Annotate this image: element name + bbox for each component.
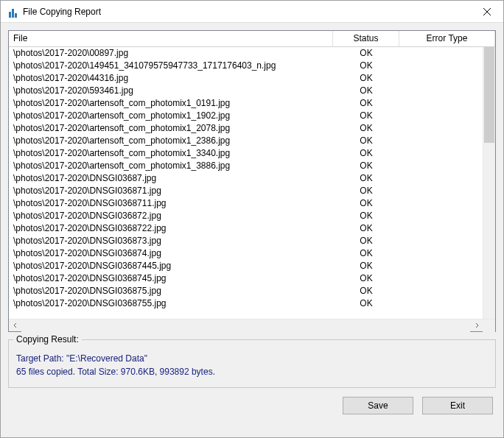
cell-file: \photos\2017-2020\artensoft_com_photomix… (9, 122, 333, 135)
cell-error (399, 135, 483, 147)
table-row[interactable]: \photos\2017-2020\DNSGI03687.jpgOK (9, 172, 483, 185)
cell-file: \photos\2017-2020\DNSGI036875.jpg (9, 285, 333, 297)
exit-button[interactable]: Exit (422, 397, 493, 414)
column-header-status[interactable]: Status (333, 31, 399, 46)
cell-error (399, 122, 483, 135)
cell-status: OK (333, 197, 399, 210)
table-row[interactable]: \photos\2017-2020\DNSGI0368745.jpgOK (9, 272, 483, 285)
cell-error (399, 260, 483, 272)
titlebar: File Copying Report (1, 1, 503, 23)
cell-file: \photos\2017-2020\593461.jpg (9, 85, 333, 97)
table-row[interactable]: \photos\2017-2020\DNSGI036871.jpgOK (9, 185, 483, 197)
scrollbar-thumb[interactable] (484, 47, 494, 143)
cell-file: \photos\2017-2020\artensoft_com_photomix… (9, 147, 333, 160)
close-button[interactable] (470, 1, 503, 23)
cell-file: \photos\2017-2020\DNSGI0368722.jpg (9, 222, 333, 235)
column-header-file[interactable]: File (9, 31, 333, 46)
cell-status: OK (333, 247, 399, 260)
cell-error (399, 272, 483, 285)
result-target-path: Target Path: "E:\Recovered Data" (16, 353, 488, 364)
table-row[interactable]: \photos\2017-2020\593461.jpgOK (9, 85, 483, 97)
cell-error (399, 160, 483, 172)
cell-status: OK (333, 285, 399, 297)
cell-file: \photos\2017-2020\149451_341079575947733… (9, 60, 333, 72)
cell-error (399, 110, 483, 122)
cell-file: \photos\2017-2020\DNSGI03687.jpg (9, 172, 333, 185)
cell-status: OK (333, 210, 399, 222)
content-area: File Status Error Type \photos\2017-2020… (1, 23, 503, 437)
cell-file: \photos\2017-2020\artensoft_com_photomix… (9, 97, 333, 110)
scroll-left-arrow-icon[interactable] (9, 319, 21, 332)
table-row[interactable]: \photos\2017-2020\artensoft_com_photomix… (9, 97, 483, 110)
cell-status: OK (333, 60, 399, 72)
save-button[interactable]: Save (343, 397, 413, 414)
cell-status: OK (333, 297, 399, 310)
table-row[interactable]: \photos\2017-2020\DNSGI03687445.jpgOK (9, 260, 483, 272)
horizontal-scrollbar[interactable] (9, 319, 495, 331)
cell-file: \photos\2017-2020\artensoft_com_photomix… (9, 110, 333, 122)
table-row[interactable]: \photos\2017-2020\44316.jpgOK (9, 72, 483, 85)
cell-status: OK (333, 110, 399, 122)
cell-file: \photos\2017-2020\44316.jpg (9, 72, 333, 85)
column-header-error[interactable]: Error Type (399, 31, 495, 46)
cell-status: OK (333, 160, 399, 172)
cell-status: OK (333, 272, 399, 285)
table-row[interactable]: \photos\2017-2020\00897.jpgOK (9, 47, 483, 60)
cell-status: OK (333, 147, 399, 160)
cell-status: OK (333, 97, 399, 110)
cell-status: OK (333, 135, 399, 147)
button-row: Save Exit (8, 388, 496, 417)
cell-error (399, 97, 483, 110)
cell-file: \photos\2017-2020\DNSGI0368745.jpg (9, 272, 333, 285)
window-title: File Copying Report (23, 7, 470, 17)
cell-error (399, 72, 483, 85)
cell-status: OK (333, 222, 399, 235)
hscroll-track[interactable] (21, 319, 470, 332)
cell-file: \photos\2017-2020\artensoft_com_photomix… (9, 160, 333, 172)
table-row[interactable]: \photos\2017-2020\DNSGI036872.jpgOK (9, 210, 483, 222)
scroll-right-arrow-icon[interactable] (470, 319, 483, 332)
cell-file: \photos\2017-2020\DNSGI036874.jpg (9, 247, 333, 260)
cell-file: \photos\2017-2020\artensoft_com_photomix… (9, 135, 333, 147)
cell-status: OK (333, 72, 399, 85)
list-header: File Status Error Type (9, 31, 495, 47)
file-list-panel: File Status Error Type \photos\2017-2020… (8, 30, 496, 332)
cell-status: OK (333, 235, 399, 247)
table-row[interactable]: \photos\2017-2020\DNSGI036875.jpgOK (9, 285, 483, 297)
cell-error (399, 172, 483, 185)
cell-status: OK (333, 172, 399, 185)
table-row[interactable]: \photos\2017-2020\artensoft_com_photomix… (9, 160, 483, 172)
cell-error (399, 235, 483, 247)
cell-status: OK (333, 47, 399, 60)
copying-result-group: Copying Result: Target Path: "E:\Recover… (8, 339, 496, 388)
window: File Copying Report File Status Error Ty… (0, 0, 504, 438)
table-row[interactable]: \photos\2017-2020\149451_341079575947733… (9, 60, 483, 72)
cell-error (399, 197, 483, 210)
cell-error (399, 85, 483, 97)
cell-file: \photos\2017-2020\DNSGI0368755.jpg (9, 297, 333, 310)
table-row[interactable]: \photos\2017-2020\DNSGI036874.jpgOK (9, 247, 483, 260)
table-row[interactable]: \photos\2017-2020\DNSGI0368711.jpgOK (9, 197, 483, 210)
cell-file: \photos\2017-2020\DNSGI0368711.jpg (9, 197, 333, 210)
table-row[interactable]: \photos\2017-2020\DNSGI0368755.jpgOK (9, 297, 483, 310)
table-row[interactable]: \photos\2017-2020\DNSGI0368722.jpgOK (9, 222, 483, 235)
cell-error (399, 147, 483, 160)
cell-file: \photos\2017-2020\00897.jpg (9, 47, 333, 60)
cell-error (399, 247, 483, 260)
cell-error (399, 47, 483, 60)
table-row[interactable]: \photos\2017-2020\artensoft_com_photomix… (9, 110, 483, 122)
cell-file: \photos\2017-2020\DNSGI036873.jpg (9, 235, 333, 247)
close-icon (483, 8, 491, 15)
result-summary: 65 files copied. Total Size: 970.6KB, 99… (16, 367, 488, 377)
list-body[interactable]: \photos\2017-2020\00897.jpgOK\photos\201… (9, 47, 483, 319)
table-row[interactable]: \photos\2017-2020\artensoft_com_photomix… (9, 147, 483, 160)
cell-error (399, 285, 483, 297)
table-row[interactable]: \photos\2017-2020\DNSGI036873.jpgOK (9, 235, 483, 247)
result-legend: Copying Result: (13, 334, 82, 345)
table-row[interactable]: \photos\2017-2020\artensoft_com_photomix… (9, 135, 483, 147)
table-row[interactable]: \photos\2017-2020\artensoft_com_photomix… (9, 122, 483, 135)
vertical-scrollbar[interactable] (483, 47, 495, 319)
cell-status: OK (333, 185, 399, 197)
cell-file: \photos\2017-2020\DNSGI036872.jpg (9, 210, 333, 222)
cell-status: OK (333, 260, 399, 272)
